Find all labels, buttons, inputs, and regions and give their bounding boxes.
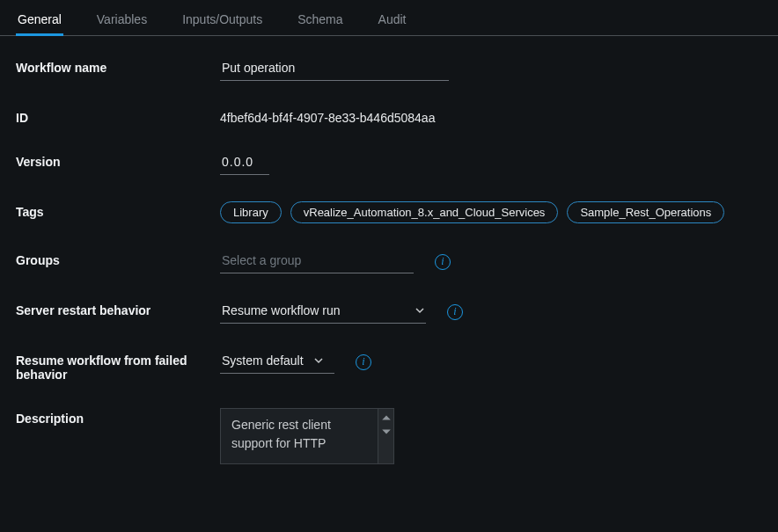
tags-container: Library vRealize_Automation_8.x_and_Clou… [220,201,762,223]
row-groups: Groups i [16,250,762,273]
workflow-name-input[interactable] [220,57,449,81]
info-icon[interactable]: i [447,304,463,320]
label-groups: Groups [16,250,220,267]
info-icon[interactable]: i [356,354,371,370]
tag-pill[interactable]: vRealize_Automation_8.x_and_Cloud_Servic… [290,201,559,223]
tab-inputs-outputs[interactable]: Inputs/Outputs [180,9,264,35]
row-version: Version [16,151,762,175]
general-form: Workflow name ID 4fbef6d4-bf4f-4907-8e33… [0,36,778,499]
chevron-down-icon [314,356,323,365]
resume-failed-value: System default [222,353,304,368]
id-value: 4fbef6d4-bf4f-4907-8e33-b446d5084aa [220,107,435,125]
groups-input[interactable] [220,250,414,273]
description-scrollbar[interactable] [378,409,393,463]
label-version: Version [16,151,220,169]
label-resume-failed: Resume workflow from failed behavior [16,350,220,382]
row-server-restart: Server restart behavior Resume workflow … [16,300,762,324]
scroll-up-icon[interactable] [381,412,392,423]
row-description: Description Generic rest client support … [16,408,762,464]
tab-bar: General Variables Inputs/Outputs Schema … [0,0,778,36]
resume-failed-select[interactable]: System default [220,350,334,374]
label-id: ID [16,107,220,125]
tab-schema[interactable]: Schema [296,9,344,35]
row-tags: Tags Library vRealize_Automation_8.x_and… [16,201,762,223]
server-restart-value: Resume workflow run [222,303,341,317]
server-restart-select[interactable]: Resume workflow run [220,300,426,324]
description-textarea[interactable]: Generic rest client support for HTTP [220,408,394,464]
label-tags: Tags [16,201,220,219]
label-workflow-name: Workflow name [16,57,220,75]
chevron-down-icon [415,306,424,315]
version-input[interactable] [220,151,269,175]
tab-general[interactable]: General [16,9,63,35]
row-workflow-name: Workflow name [16,57,762,81]
tag-pill[interactable]: Library [220,201,282,223]
label-description: Description [16,408,220,426]
tag-pill[interactable]: Sample_Rest_Operations [567,201,724,223]
info-icon[interactable]: i [435,254,451,270]
tab-variables[interactable]: Variables [95,9,149,35]
description-text: Generic rest client support for HTTP [221,409,378,463]
label-server-restart: Server restart behavior [16,300,220,317]
scroll-down-icon[interactable] [381,426,392,437]
row-resume-failed: Resume workflow from failed behavior Sys… [16,350,762,382]
tab-audit[interactable]: Audit [377,9,408,35]
row-id: ID 4fbef6d4-bf4f-4907-8e33-b446d5084aa [16,107,762,125]
